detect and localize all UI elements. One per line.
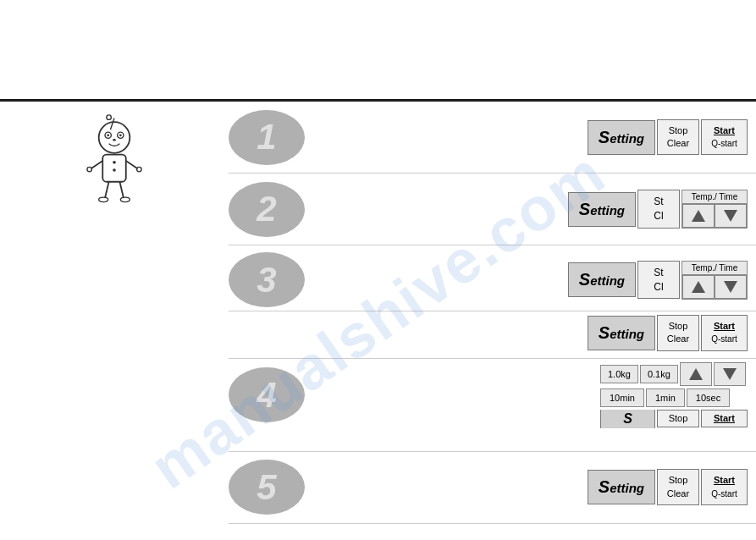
step-5-controls: Setting StopClear StartQ-start: [588, 469, 748, 505]
step-1-content: Setting StopClear StartQ-start: [322, 119, 756, 156]
step-4-controls: 1.0kg 0.1kg 10min 1min: [600, 362, 748, 428]
step-2-temp-up-button[interactable]: [682, 204, 715, 228]
step-2-temp-time-buttons: [682, 204, 747, 228]
step-1-stop-clear-button[interactable]: StopClear: [657, 119, 699, 156]
step-3-temp-time-label: Temp./ Time: [682, 262, 747, 275]
step-3-controls-bottom: Setting StopClear StartQ-start: [588, 315, 748, 351]
step-5-setting-button[interactable]: Setting: [588, 470, 655, 504]
step-2-temp-time-panel: Temp./ Time: [682, 190, 748, 229]
svg-point-14: [137, 167, 142, 172]
step-2-setting-button[interactable]: Setting: [568, 192, 636, 227]
step-5-stop-clear-button[interactable]: StopClear: [657, 469, 699, 505]
svg-line-15: [105, 182, 109, 198]
step-4-content: 1.0kg 0.1kg 10min 1min: [322, 362, 756, 428]
step-1-number: 1: [229, 110, 305, 165]
step-4-start-button[interactable]: Start: [701, 410, 748, 427]
svg-point-10: [113, 168, 116, 172]
main-content: manualshive.com: [0, 102, 756, 537]
step-2-temp-down-button[interactable]: [715, 204, 747, 228]
step-3-top: 3 Setting StCl Temp./ Time: [229, 249, 756, 311]
svg-point-7: [113, 139, 116, 141]
step-3-setting-button-top[interactable]: Setting: [568, 262, 636, 297]
step-3-number: 3: [229, 252, 305, 307]
left-panel: [0, 102, 229, 537]
step-4-row-1: 1.0kg 0.1kg: [600, 362, 748, 386]
step-4-1min-button[interactable]: 1min: [646, 388, 685, 407]
svg-point-18: [120, 197, 130, 202]
svg-line-12: [126, 161, 138, 168]
step-1-controls: Setting StopClear StartQ-start: [588, 119, 748, 156]
step-2-row: 2 Setting StCl Temp./ Time: [229, 174, 756, 245]
up-arrow-icon: [692, 281, 705, 293]
svg-point-2: [99, 122, 130, 153]
step-3-temp-time-panel: Temp./ Time: [682, 261, 748, 300]
svg-line-0: [110, 118, 114, 130]
step-3-row: 3 Setting StCl Temp./ Time: [229, 245, 756, 359]
step-3-temp-time-buttons: [682, 275, 747, 299]
step-4-main: 4 1.0kg 0.1kg: [229, 362, 756, 428]
step-4-10sec-button[interactable]: 10sec: [687, 388, 730, 407]
step-3-stop-clear-button-bottom[interactable]: StopClear: [657, 315, 699, 351]
down-arrow-icon: [724, 210, 737, 222]
step-3-bottom: Setting StopClear StartQ-start: [229, 311, 756, 355]
down-arrow-icon: [724, 281, 737, 293]
step-4-row-2: 10min 1min 10sec: [600, 388, 748, 407]
step-4-row-3: S Stop Start: [600, 410, 748, 428]
down-arrow-icon: [723, 368, 737, 380]
step-4-number: 4: [229, 367, 305, 422]
up-arrow-icon: [692, 210, 705, 222]
svg-point-1: [107, 115, 112, 120]
step-2-temp-time-label: Temp./ Time: [682, 190, 747, 204]
svg-point-9: [113, 161, 116, 164]
step-4-01kg-button[interactable]: 0.1kg: [640, 365, 678, 383]
step-1-start-button[interactable]: StartQ-start: [701, 119, 748, 156]
step-3-stop-clear-button-top[interactable]: StCl: [637, 261, 680, 300]
step-4-up-button[interactable]: [680, 362, 712, 386]
step-2-stop-clear-button[interactable]: StCl: [637, 190, 680, 229]
step-5-number: 5: [229, 460, 305, 515]
step-3-start-button[interactable]: StartQ-start: [701, 315, 748, 351]
up-arrow-icon: [689, 368, 703, 380]
step-3-controls-top: Setting StCl Temp./ Time: [568, 261, 748, 300]
step-4-10min-button[interactable]: 10min: [600, 388, 644, 407]
step-3-content: Setting StCl Temp./ Time: [322, 261, 756, 300]
svg-point-6: [119, 134, 122, 136]
step-3-temp-down-button[interactable]: [715, 275, 747, 299]
step-1-setting-button[interactable]: Setting: [588, 120, 655, 155]
step-5-content: Setting StopClear StartQ-start: [322, 469, 756, 505]
svg-point-17: [99, 197, 108, 202]
svg-point-5: [107, 134, 109, 136]
step-5-row: 5 Setting StopClear StartQ-start: [229, 452, 756, 524]
step-4-1kg-button[interactable]: 1.0kg: [600, 365, 638, 383]
svg-rect-8: [102, 155, 126, 182]
mascot-illustration: [72, 114, 157, 207]
step-4-down-button[interactable]: [714, 362, 746, 386]
top-header: [0, 0, 756, 102]
svg-point-13: [87, 167, 92, 172]
step-2-content: Setting StCl Temp./ Time: [322, 190, 756, 229]
step-5-start-button[interactable]: StartQ-start: [701, 469, 748, 505]
step-4-stop-button[interactable]: Stop: [657, 410, 699, 427]
step-4-row: 4 1.0kg 0.1kg: [229, 359, 756, 452]
svg-line-11: [91, 161, 103, 168]
svg-line-16: [119, 182, 124, 198]
step-3-temp-up-button[interactable]: [682, 275, 715, 299]
step-2-number: 2: [229, 182, 305, 237]
steps-panel: 1 Setting StopClear StartQ-start 2 Setti…: [229, 102, 756, 537]
step-3-setting-button-bottom[interactable]: Setting: [588, 316, 655, 350]
step-2-controls: Setting StCl Temp./ Time: [568, 190, 748, 229]
step-4-setting-button[interactable]: S: [600, 410, 655, 428]
step-1-row: 1 Setting StopClear StartQ-start: [229, 102, 756, 174]
